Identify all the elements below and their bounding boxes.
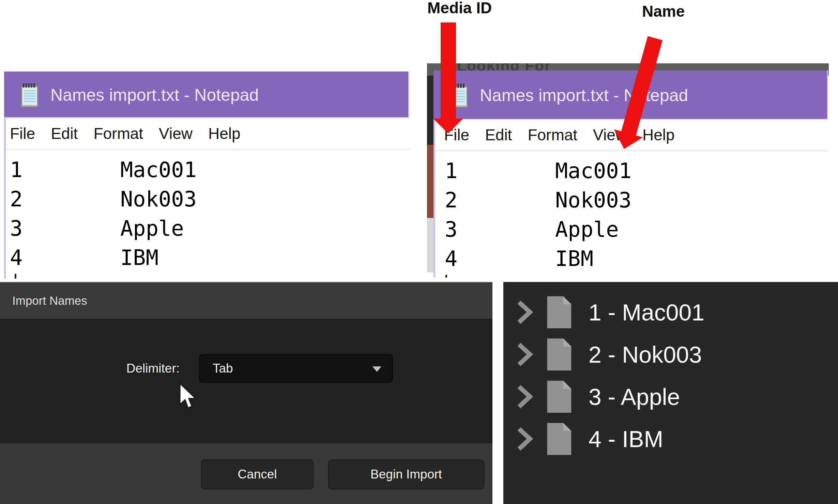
delimiter-label: Delimiter:: [0, 354, 180, 383]
tree-item-label: 2 - Nok003: [589, 341, 702, 368]
notepad-window-left: Names import.txt - Notepad File Edit For…: [4, 72, 409, 279]
menu-edit[interactable]: Edit: [51, 124, 78, 143]
expand-chevron-icon[interactable]: [516, 299, 533, 325]
menu-view[interactable]: View: [159, 124, 193, 143]
tree-item-label: 1 - Mac001: [589, 299, 704, 326]
dialog-title: Import Names: [12, 294, 87, 308]
tree-row[interactable]: 1 - Mac001: [516, 293, 704, 331]
notepad-titlebar[interactable]: Names import.txt - Notepad: [433, 70, 828, 120]
tree-row[interactable]: 4 - IBM: [516, 420, 663, 458]
names-tree-panel: 1 - Mac001 2 - Nok003 3 - Apple 4 - IBM: [503, 282, 838, 504]
delimiter-value: Tab: [213, 361, 233, 376]
menu-file[interactable]: File: [444, 126, 469, 144]
notepad-icon: [447, 82, 471, 109]
text-line: 3Apple: [445, 215, 828, 244]
document-icon: [546, 379, 573, 414]
tree-row[interactable]: 2 - Nok003: [516, 335, 702, 374]
background-strip-brown: [427, 145, 433, 218]
expand-chevron-icon[interactable]: [516, 384, 533, 410]
notepad-text-area[interactable]: 1Mac001 2Nok003 3Apple 4IBM: [6, 151, 409, 277]
menu-format[interactable]: Format: [93, 124, 143, 143]
background-strip-light: [427, 218, 433, 272]
document-icon: [546, 421, 573, 457]
menu-help[interactable]: Help: [642, 126, 675, 144]
dialog-titlebar[interactable]: Import Names: [0, 282, 492, 319]
text-line: 1Mac001: [10, 155, 409, 185]
window-title: Names import.txt - Notepad: [50, 85, 259, 105]
notepad-menubar: File Edit Format View Help: [435, 120, 828, 152]
window-title: Names import.txt - Notepad: [480, 85, 688, 105]
menu-view[interactable]: View: [593, 126, 627, 144]
begin-import-button[interactable]: Begin Import: [328, 459, 484, 489]
notepad-titlebar[interactable]: Names import.txt - Notepad: [4, 72, 409, 118]
expand-chevron-icon[interactable]: [516, 426, 533, 452]
notepad-text-area[interactable]: 1Mac001 2Nok003 3Apple 4IBM: [435, 152, 828, 278]
screenshot-canvas: Looking For Names import.txt - Notep: [0, 0, 838, 504]
import-names-dialog: Import Names Delimiter: Tab Cancel Begin…: [0, 282, 492, 504]
notepad-body: File Edit Format View Help 1Mac001 2Nok0…: [433, 120, 828, 278]
dropdown-caret-icon: [372, 366, 381, 372]
notepad-body: File Edit Format View Help 1Mac001 2Nok0…: [4, 118, 409, 279]
text-caret: [445, 275, 447, 278]
text-line: 2Nok003: [10, 185, 409, 214]
text-caret: [15, 274, 16, 279]
notepad-icon: [18, 82, 42, 108]
text-line: 2Nok003: [445, 186, 828, 215]
tree-item-label: 3 - Apple: [589, 383, 680, 410]
document-icon: [546, 295, 573, 330]
menu-edit[interactable]: Edit: [485, 126, 512, 144]
mouse-cursor-icon: [179, 383, 196, 411]
cancel-button[interactable]: Cancel: [201, 459, 314, 489]
tree-item-label: 4 - IBM: [589, 426, 663, 452]
delimiter-dropdown[interactable]: Tab: [199, 354, 393, 383]
background-strip-dark: [427, 76, 433, 145]
menu-file[interactable]: File: [10, 124, 35, 143]
menu-help[interactable]: Help: [208, 124, 241, 143]
document-icon: [546, 337, 573, 372]
media-id-label: Media ID: [427, 0, 492, 17]
name-label: Name: [642, 2, 685, 20]
text-line: 4IBM: [445, 244, 828, 273]
menu-format[interactable]: Format: [528, 126, 577, 144]
notepad-window-right: Names import.txt - Notepad File Edit For…: [433, 70, 828, 278]
text-line: 3Apple: [10, 214, 409, 243]
text-line: 4IBM: [10, 243, 409, 272]
expand-chevron-icon[interactable]: [516, 342, 533, 367]
tree-row[interactable]: 3 - Apple: [516, 378, 680, 416]
dialog-footer: Cancel Begin Import: [0, 443, 492, 504]
notepad-menubar: File Edit Format View Help: [6, 118, 409, 151]
text-line: 1Mac001: [445, 156, 828, 186]
